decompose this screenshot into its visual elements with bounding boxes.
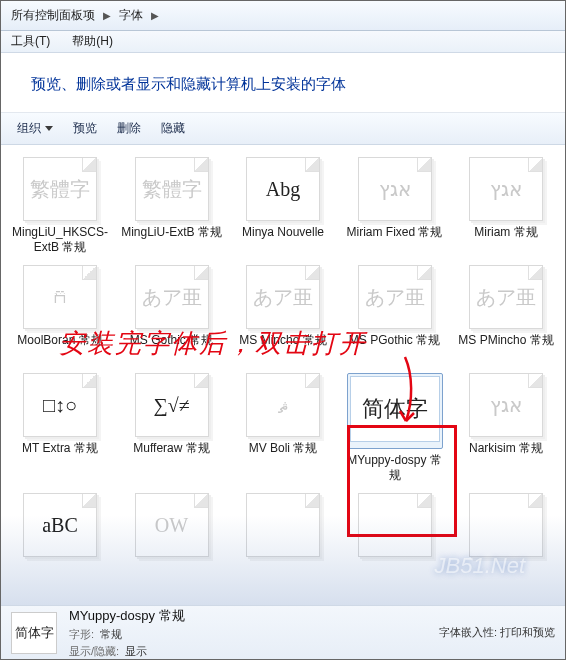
header-pane: 预览、删除或者显示和隐藏计算机上安装的字体 <box>1 53 565 113</box>
address-bar: 所有控制面板项 ▶ 字体 ▶ <box>1 1 565 31</box>
font-thumb: あア亜 <box>358 265 432 329</box>
font-item[interactable]: אגץMiriam Fixed 常规 <box>340 155 450 257</box>
font-sample: ޘ <box>278 394 289 417</box>
font-thumb: 简体字 <box>350 376 440 442</box>
font-item[interactable]: កMoolBoran 常规 <box>5 263 115 365</box>
font-thumb: □↕○ <box>23 373 97 437</box>
font-label <box>342 561 448 591</box>
font-label <box>119 561 225 591</box>
breadcrumb-item[interactable]: 所有控制面板项 <box>7 5 99 26</box>
organize-label: 组织 <box>17 120 41 137</box>
font-label: MYuppy-dospy 常规 <box>342 453 448 483</box>
page-fold-icon <box>82 374 96 388</box>
font-item[interactable] <box>228 491 338 593</box>
font-item[interactable]: אגץNarkisim 常规 <box>451 371 561 485</box>
page-fold-icon <box>528 494 542 508</box>
font-label: MT Extra 常规 <box>7 441 113 471</box>
menu-bar: 工具(T) 帮助(H) <box>1 31 565 53</box>
font-sample: ∑√≠ <box>153 394 189 417</box>
font-label: Minya Nouvelle <box>230 225 336 255</box>
font-item[interactable]: あア亜MS Mincho 常规 <box>228 263 338 365</box>
page-fold-icon <box>194 158 208 172</box>
font-label: Narkisim 常规 <box>453 441 559 471</box>
font-item[interactable]: 简体字MYuppy-dospy 常规 <box>340 371 450 485</box>
font-thumb: 繁體字 <box>23 157 97 221</box>
delete-button[interactable]: 删除 <box>109 116 149 141</box>
details-style-val: 常规 <box>100 627 122 642</box>
font-item[interactable]: OW <box>117 491 227 593</box>
font-item[interactable]: ޘMV Boli 常规 <box>228 371 338 485</box>
font-thumb: ޘ <box>246 373 320 437</box>
page-fold-icon <box>305 266 319 280</box>
font-item[interactable]: אגץMiriam 常规 <box>451 155 561 257</box>
font-item[interactable]: あア亜MS PGothic 常规 <box>340 263 450 365</box>
font-sample: あア亜 <box>365 284 425 311</box>
chevron-right-icon: ▶ <box>151 10 159 21</box>
font-label: MingLiU_HKSCS-ExtB 常规 <box>7 225 113 255</box>
page-title: 预览、删除或者显示和隐藏计算机上安装的字体 <box>31 75 535 94</box>
font-item[interactable] <box>340 491 450 593</box>
details-thumb-sample: 简体字 <box>15 624 54 642</box>
page-fold-icon <box>305 374 319 388</box>
font-label: Miriam Fixed 常规 <box>342 225 448 255</box>
font-label: MS Mincho 常规 <box>230 333 336 363</box>
preview-label: 预览 <box>73 120 97 137</box>
font-sample: OW <box>155 514 188 537</box>
font-label: MoolBoran 常规 <box>7 333 113 363</box>
details-embed-key: 字体嵌入性: <box>439 626 497 638</box>
font-item[interactable]: □↕○MT Extra 常规 <box>5 371 115 485</box>
font-sample: ក <box>50 286 70 309</box>
font-item[interactable] <box>451 491 561 593</box>
font-thumb: 繁體字 <box>135 157 209 221</box>
page-fold-icon <box>417 158 431 172</box>
font-label: MS PMincho 常规 <box>453 333 559 363</box>
menu-tools[interactable]: 工具(T) <box>7 31 54 52</box>
font-label: Mufferaw 常规 <box>119 441 225 471</box>
details-thumb: 简体字 <box>11 612 57 654</box>
details-title: MYuppy-dospy 常规 <box>69 607 185 625</box>
font-label: MV Boli 常规 <box>230 441 336 471</box>
font-sample: aBC <box>42 514 78 537</box>
details-show-val: 显示 <box>125 644 147 659</box>
page-fold-icon <box>82 494 96 508</box>
page-fold-icon <box>528 374 542 388</box>
details-meta: MYuppy-dospy 常规 字形: 常规 显示/隐藏: 显示 <box>69 607 185 659</box>
font-thumb <box>358 493 432 557</box>
font-item[interactable]: あア亜MS Gothic 常规 <box>117 263 227 365</box>
font-item[interactable]: AbgMinya Nouvelle <box>228 155 338 257</box>
breadcrumb-item[interactable]: 字体 <box>115 5 147 26</box>
font-item[interactable]: 繁體字MingLiU_HKSCS-ExtB 常规 <box>5 155 115 257</box>
font-label: MingLiU-ExtB 常规 <box>119 225 225 255</box>
preview-button[interactable]: 预览 <box>65 116 105 141</box>
font-item-selected[interactable]: 简体字 <box>347 373 443 449</box>
menu-help[interactable]: 帮助(H) <box>68 31 117 52</box>
toolbar: 组织 预览 删除 隐藏 <box>1 113 565 145</box>
font-sample: אגץ <box>379 177 411 201</box>
font-sample: 繁體字 <box>142 176 202 203</box>
font-item[interactable]: aBC <box>5 491 115 593</box>
page-fold-icon <box>194 494 208 508</box>
font-thumb: ក <box>23 265 97 329</box>
font-sample: あア亜 <box>476 284 536 311</box>
font-item[interactable]: ∑√≠Mufferaw 常规 <box>117 371 227 485</box>
font-thumb: OW <box>135 493 209 557</box>
font-item[interactable]: 繁體字MingLiU-ExtB 常规 <box>117 155 227 257</box>
details-style-key: 字形: <box>69 627 94 642</box>
organize-button[interactable]: 组织 <box>9 116 61 141</box>
font-thumb: aBC <box>23 493 97 557</box>
font-label: MS PGothic 常规 <box>342 333 448 363</box>
font-thumb <box>246 493 320 557</box>
details-pane: 简体字 MYuppy-dospy 常规 字形: 常规 显示/隐藏: 显示 字体嵌… <box>1 605 565 659</box>
font-sample: אגץ <box>490 177 522 201</box>
font-label: MS Gothic 常规 <box>119 333 225 363</box>
page-fold-icon <box>305 494 319 508</box>
font-item[interactable]: あア亜MS PMincho 常规 <box>451 263 561 365</box>
delete-label: 删除 <box>117 120 141 137</box>
font-label: Miriam 常规 <box>453 225 559 255</box>
details-show-key: 显示/隐藏: <box>69 644 119 659</box>
page-fold-icon <box>194 374 208 388</box>
font-thumb: אגץ <box>358 157 432 221</box>
font-thumb: あア亜 <box>135 265 209 329</box>
hide-button[interactable]: 隐藏 <box>153 116 193 141</box>
font-thumb: あア亜 <box>469 265 543 329</box>
